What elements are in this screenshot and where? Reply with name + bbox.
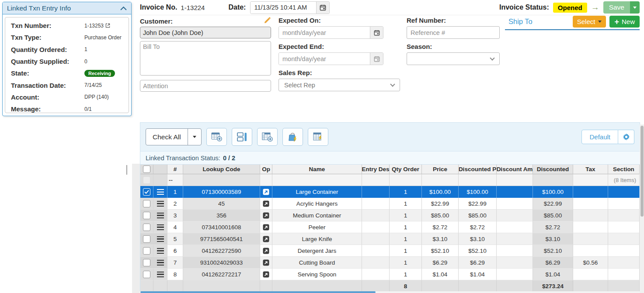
cell-section[interactable]: [608, 257, 640, 269]
cell-lookup[interactable]: 45: [183, 198, 260, 210]
row-menu-icon[interactable]: [157, 272, 164, 277]
ship-to-new-button[interactable]: + New: [609, 16, 640, 28]
cell-price[interactable]: $1.04: [422, 269, 459, 280]
open-entry-button[interactable]: [260, 233, 272, 245]
external-link-icon[interactable]: [105, 23, 110, 28]
cell-price[interactable]: $2.72: [422, 221, 459, 233]
open-entry-button[interactable]: [260, 257, 272, 269]
column-header-col[interactable]: #: [167, 165, 183, 174]
cell-price[interactable]: $85.00: [422, 210, 459, 221]
row-checkbox[interactable]: [143, 224, 150, 231]
grid-row-3[interactable]: 3356Medium Container1$85.00$85.00$85.00: [140, 210, 640, 221]
cell-num[interactable]: 5: [167, 233, 183, 245]
cell-qty[interactable]: 1: [390, 210, 422, 221]
cell-name[interactable]: Large Knife: [272, 233, 362, 245]
cell-tax[interactable]: [573, 186, 608, 198]
ship-to-select-button[interactable]: Select: [573, 16, 606, 28]
cell-entry_desc[interactable]: [362, 233, 390, 245]
grid-settings-button[interactable]: [618, 130, 634, 144]
cell-entry_desc[interactable]: [362, 257, 390, 269]
cell-qty[interactable]: 1: [390, 186, 422, 198]
cell-disc_price[interactable]: $6.29: [459, 257, 497, 269]
vertical-scrollbar[interactable]: [640, 124, 644, 293]
row-checkbox[interactable]: [143, 271, 150, 278]
select-all-checkbox[interactable]: [143, 165, 150, 173]
sales-rep-select[interactable]: Select Rep: [278, 79, 400, 91]
cell-section[interactable]: [608, 186, 640, 198]
cell-entry_desc[interactable]: [362, 245, 390, 257]
row-menu-icon[interactable]: [157, 201, 164, 207]
cell-tax[interactable]: [573, 198, 608, 210]
cell-lookup[interactable]: 9310024029033: [183, 257, 260, 269]
column-header-op[interactable]: Op: [260, 165, 272, 174]
cell-disc_price[interactable]: $52.10: [459, 245, 497, 257]
row-menu-icon[interactable]: [157, 224, 164, 230]
cell-qty[interactable]: 1: [390, 198, 422, 210]
save-button[interactable]: Save: [603, 1, 630, 14]
date-input[interactable]: [251, 2, 316, 14]
quick-add-bag-button[interactable]: [282, 128, 303, 146]
cell-entry_desc[interactable]: [362, 269, 390, 280]
cell-lookup[interactable]: 073410001608: [183, 221, 260, 233]
cell-entry_desc[interactable]: [362, 198, 390, 210]
cell-price[interactable]: $52.10: [422, 245, 459, 257]
cell-discounted[interactable]: $100.00: [533, 186, 573, 198]
column-header-discount-am[interactable]: Discount Am: [497, 165, 533, 174]
cell-lookup[interactable]: 041262272590: [183, 245, 260, 257]
cell-entry_desc[interactable]: [362, 210, 390, 221]
open-entry-button[interactable]: [260, 269, 272, 280]
cell-name[interactable]: Detergent Jars: [272, 245, 362, 257]
expected-end-calendar-icon[interactable]: [370, 53, 383, 65]
open-entry-button[interactable]: [260, 221, 272, 233]
row-checkbox[interactable]: [143, 259, 150, 266]
cell-name[interactable]: Large Container: [272, 186, 362, 198]
row-checkbox[interactable]: [143, 188, 150, 196]
row-checkbox[interactable]: [143, 212, 150, 219]
column-header-section[interactable]: Section: [608, 165, 640, 174]
cell-section[interactable]: [608, 269, 640, 280]
column-header-discounted-p[interactable]: Discounted P: [459, 165, 497, 174]
cell-tax[interactable]: [573, 245, 608, 257]
row-checkbox[interactable]: [143, 200, 150, 207]
cell-num[interactable]: 4: [167, 221, 183, 233]
cell-discounted[interactable]: $22.99: [533, 198, 573, 210]
open-entry-button[interactable]: [260, 245, 272, 257]
open-entry-button[interactable]: [260, 186, 272, 198]
cell-disc_amt[interactable]: [497, 186, 533, 198]
collapse-panel-icon[interactable]: [120, 4, 127, 12]
cell-name[interactable]: Peeler: [272, 221, 362, 233]
cell-disc_amt[interactable]: [497, 257, 533, 269]
grid-row-6[interactable]: 6041262272590Detergent Jars1$52.10$52.10…: [140, 245, 640, 257]
cell-price[interactable]: $6.29: [422, 257, 459, 269]
filter-text[interactable]: --: [167, 174, 183, 186]
cell-tax[interactable]: [573, 210, 608, 221]
grid-row-5[interactable]: 59771565040541Large Knife1$3.10$3.10$3.1…: [140, 233, 640, 245]
season-select[interactable]: [407, 52, 500, 65]
cell-tax[interactable]: [573, 233, 608, 245]
column-header-price[interactable]: Price: [422, 165, 459, 174]
cell-name[interactable]: Cutting Board: [272, 257, 362, 269]
cell-disc_amt[interactable]: [497, 198, 533, 210]
vertical-scrollbar-thumb[interactable]: [641, 126, 644, 217]
cell-disc_amt[interactable]: [497, 210, 533, 221]
cell-disc_amt[interactable]: [497, 233, 533, 245]
cell-discounted[interactable]: $85.00: [533, 210, 573, 221]
attention-input[interactable]: [140, 80, 271, 92]
linked-txn-panel-header[interactable]: Linked Txn Entry Info: [3, 2, 131, 14]
txn-number-value[interactable]: 1-13253: [84, 23, 104, 29]
cell-entry_desc[interactable]: [362, 221, 390, 233]
row-menu-icon[interactable]: [157, 260, 164, 265]
cell-disc_price[interactable]: $1.04: [459, 269, 497, 280]
row-checkbox[interactable]: [143, 235, 150, 243]
expected-end-input[interactable]: [279, 53, 370, 65]
check-all-button[interactable]: Check All: [146, 129, 188, 145]
column-header-discounted[interactable]: Discounted: [533, 165, 573, 174]
cell-section[interactable]: [608, 245, 640, 257]
cell-discounted[interactable]: $1.04: [533, 269, 573, 280]
check-all-dropdown-toggle[interactable]: [188, 129, 201, 145]
cell-lookup[interactable]: 356: [183, 210, 260, 221]
customer-input[interactable]: [140, 27, 271, 38]
add-entry-button[interactable]: [206, 128, 227, 146]
column-header-lookup-code[interactable]: Lookup Code: [183, 165, 260, 174]
grid-row-2[interactable]: 245Acrylic Hangers1$22.99$22.99$22.99: [140, 198, 640, 210]
